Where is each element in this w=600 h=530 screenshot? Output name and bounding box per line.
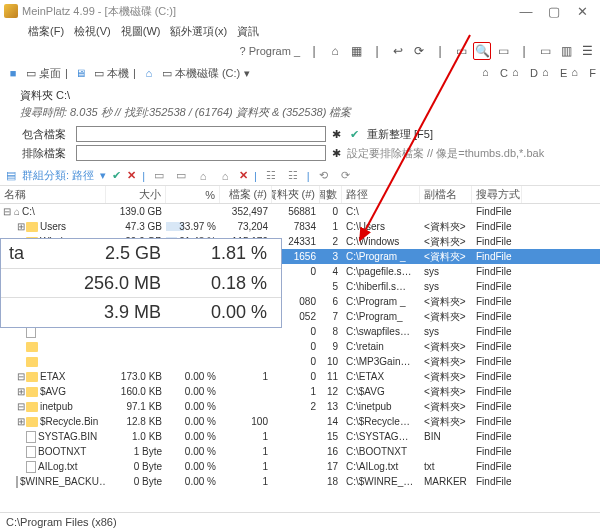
toolbar-program-label[interactable]: ? Program _ (239, 45, 300, 57)
desktop-icon[interactable]: ■ (4, 65, 22, 81)
refresh-icon[interactable]: ⟳ (410, 42, 428, 60)
row-count: 13 (320, 401, 342, 412)
titlebar: MeinPlatz 4.99 - [本機磁碟 (C:)] — ▢ ✕ (0, 0, 600, 22)
row-ext: MARKER (420, 476, 472, 487)
grp-icon-5[interactable]: ☷ (263, 168, 279, 184)
menu-view2[interactable]: 視圖(W) (121, 24, 161, 39)
drive-letter-c[interactable]: C (500, 67, 508, 79)
location-computer[interactable]: ▭ 本機 (94, 66, 129, 81)
table-row[interactable]: ⊞$Recycle.Bin12.8 KB0.00 %10014C:\$Recyc… (0, 414, 600, 429)
col-cnt[interactable]: 個數 (320, 186, 342, 203)
expander-icon[interactable]: ⊟ (2, 206, 12, 217)
drive-icon[interactable]: ⌂ (140, 65, 158, 81)
table-row[interactable]: SYSTAG.BIN1.0 KB0.00 %115C:\SYSTAG…BINFi… (0, 429, 600, 444)
menu-file[interactable]: 檔案(F) (28, 24, 64, 39)
table-row[interactable]: ⊟inetpub97.1 KB0.00 %213C:\inetpub<資料夾>F… (0, 399, 600, 414)
magnifier-icon[interactable]: 🔍 (473, 42, 491, 60)
group-clear-icon[interactable]: ✕ (127, 169, 136, 182)
grp-icon-3[interactable]: ⌂ (195, 168, 211, 184)
col-name[interactable]: 名稱 (0, 186, 106, 203)
grp-icon-6[interactable]: ☷ (285, 168, 301, 184)
expander-icon[interactable]: ⊞ (16, 416, 26, 427)
refresh-label[interactable]: 重新整理 [F5] (367, 127, 433, 142)
list-icon[interactable]: ☰ (578, 42, 596, 60)
group-check-icon[interactable]: ✔ (112, 169, 121, 182)
menu-extra[interactable]: 額外選項(x) (170, 24, 227, 39)
col-files[interactable]: 檔案 (#) (220, 186, 272, 203)
menu-info[interactable]: 資訊 (237, 24, 259, 39)
row-count: 2 (320, 236, 342, 247)
options-icon[interactable]: ▭ (536, 42, 554, 60)
row-pct: 0.00 % (166, 401, 220, 412)
table-row[interactable]: ⊞Users47.3 GB33.97 %73,20478341C:\Users<… (0, 219, 600, 234)
page-icon[interactable]: ▭ (452, 42, 470, 60)
include-input[interactable] (76, 126, 326, 142)
refresh-check-icon[interactable]: ✔ (347, 127, 361, 141)
row-name: $WINRE_BACKU… (20, 476, 106, 487)
location-bar: ■ ▭ 桌面 | 🖥 ▭ 本機 | ⌂ ▭ 本機磁碟 (C:) ▾ ⌂ C ⌂ … (0, 62, 600, 84)
back-icon[interactable]: ↩ (389, 42, 407, 60)
row-count: 5 (320, 281, 342, 292)
menu-view[interactable]: 檢視(V) (74, 24, 111, 39)
computer-icon[interactable]: 🖥 (72, 65, 90, 81)
drive-letter-e[interactable]: E (560, 67, 567, 79)
col-ext[interactable]: 副檔名 (420, 186, 472, 203)
expander-icon[interactable]: ⊟ (16, 401, 26, 412)
row-size: 12.8 KB (106, 416, 166, 427)
expander-icon[interactable]: ⊟ (16, 371, 26, 382)
row-count: 1 (320, 221, 342, 232)
location-drive[interactable]: ▭ 本機磁碟 (C:) (162, 66, 240, 81)
grp-icon-1[interactable]: ▭ (151, 168, 167, 184)
drive-e-icon[interactable]: ⌂ (542, 66, 556, 80)
grp-icon-8[interactable]: ⟳ (338, 168, 354, 184)
row-count: 10 (320, 356, 342, 367)
minimize-button[interactable]: — (512, 1, 540, 21)
disk-icon[interactable]: ⌂ (326, 42, 344, 60)
table-row[interactable]: ⊞$AVG160.0 KB0.00 %112C:\$AVG<資料夾>FindFi… (0, 384, 600, 399)
table-row[interactable]: ⊟ETAX173.0 KB0.00 %1011C:\ETAX<資料夾>FindF… (0, 369, 600, 384)
table-row[interactable]: ⊟⌂C:\139.0 GB352,497568810C:\FindFile (0, 204, 600, 219)
sheet-icon[interactable]: ▭ (494, 42, 512, 60)
col-pct[interactable]: % (166, 186, 220, 203)
table-row[interactable]: $WINRE_BACKU…0 Byte0.00 %118C:\$WINRE_…M… (0, 474, 600, 489)
table-row[interactable]: AILog.txt0 Byte0.00 %117C:\AILog.txttxtF… (0, 459, 600, 474)
grp-icon-4[interactable]: ⌂ (217, 168, 233, 184)
table-row[interactable]: 010C:\MP3Gain…<資料夾>FindFile (0, 354, 600, 369)
zoom-overlay: ta 2.5 GB 1.81 % 256.0 MB 0.18 % 3.9 MB … (0, 238, 282, 328)
table-row[interactable]: BOOTNXT1 Byte0.00 %116C:\BOOTNXTFindFile (0, 444, 600, 459)
include-star[interactable]: ✱ (332, 128, 341, 141)
row-ext: sys (420, 326, 472, 337)
maximize-button[interactable]: ▢ (540, 1, 568, 21)
drive-letter-d[interactable]: D (530, 67, 538, 79)
expander-icon[interactable]: ⊞ (16, 221, 26, 232)
group-label[interactable]: 群組分類: 路徑 (22, 168, 94, 183)
zoom-pct-1: 0.18 % (181, 273, 281, 294)
drive-f-icon[interactable]: ⌂ (571, 66, 585, 80)
expander-icon[interactable]: ⊞ (16, 386, 26, 397)
grp-clear-icon[interactable]: ✕ (239, 169, 248, 182)
col-mode[interactable]: 搜尋方式 (472, 186, 522, 203)
grp-icon-2[interactable]: ▭ (173, 168, 189, 184)
row-dirs: 7834 (272, 221, 320, 232)
row-count: 16 (320, 446, 342, 457)
location-desktop[interactable]: ▭ 桌面 (26, 66, 61, 81)
col-size[interactable]: 大小 (106, 186, 166, 203)
col-dirs[interactable]: 資料夾 (#) (272, 186, 320, 203)
exclude-input[interactable] (76, 145, 326, 161)
drive-c-icon[interactable]: ⌂ (482, 66, 496, 80)
row-count: 14 (320, 416, 342, 427)
columns-icon[interactable]: ▥ (557, 42, 575, 60)
toolbar-sep4: | (515, 42, 533, 60)
exclude-star[interactable]: ✱ (332, 147, 341, 160)
col-path[interactable]: 路徑 (342, 186, 420, 203)
table-row[interactable]: 09C:\retain<資料夾>FindFile (0, 339, 600, 354)
export-icon[interactable]: ▦ (347, 42, 365, 60)
close-button[interactable]: ✕ (568, 1, 596, 21)
grp-icon-7[interactable]: ⟲ (316, 168, 332, 184)
row-ext: BIN (420, 431, 472, 442)
drive-d-icon[interactable]: ⌂ (512, 66, 526, 80)
row-mode: FindFile (472, 356, 522, 367)
row-pct: 0.00 % (166, 446, 220, 457)
drive-letter-f[interactable]: F (589, 67, 596, 79)
row-pct: 33.97 % (166, 221, 220, 232)
